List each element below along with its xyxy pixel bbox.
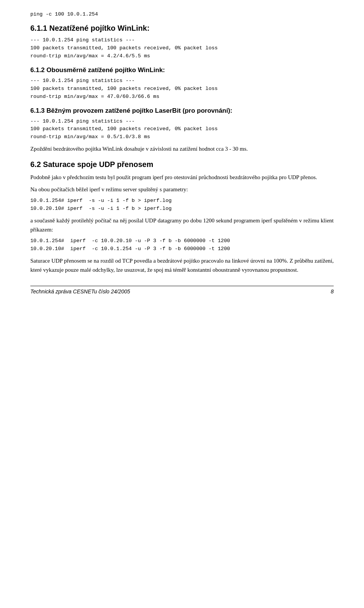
footer-left: Technická zpráva CESNETu číslo 24/2005 (30, 288, 130, 295)
section-6-1-2: 6.1.2 Obousměrně zatížené pojítko WinLin… (30, 66, 334, 101)
section-6-2-para2: Na obou počítačích běžel iperf v režimu … (30, 185, 334, 194)
footer-right: 8 (331, 288, 334, 295)
section-6-2: 6.2 Saturace spoje UDP přenosem Podobně … (30, 160, 334, 274)
section-6-2-client-code: 10.0.1.254# iperf -c 10.0.20.10 -u -P 3 … (30, 237, 334, 253)
section-6-1-1-heading: 6.1.1 Nezatížené pojítko WinLink: (30, 24, 334, 33)
section-6-2-server-code: 10.0.1.254# iperf -s -u -i 1 -f b > iper… (30, 197, 334, 213)
section-6-2-para3: a současně každý protilehlý počítač na n… (30, 216, 334, 234)
section-6-1-1-code: --- 10.0.1.254 ping statistics --- 100 p… (30, 36, 334, 60)
section-6-1-3: 6.1.3 Běžným provozem zatížené pojítko L… (30, 107, 334, 154)
section-6-2-para1: Podobně jako v předchozím testu byl použ… (30, 173, 334, 182)
section-6-2-para4: Saturace UDP přenosem se na rozdíl od TC… (30, 256, 334, 274)
section-6-1-2-heading: 6.1.2 Obousměrně zatížené pojítko WinLin… (30, 66, 334, 74)
section-6-1-3-heading: 6.1.3 Běžným provozem zatížené pojítko L… (30, 107, 334, 115)
section-6-1-1: 6.1.1 Nezatížené pojítko WinLink: --- 10… (30, 24, 334, 60)
section-6-1-2-code: --- 10.0.1.254 ping statistics --- 100 p… (30, 77, 334, 101)
section-6-1-3-note: Zpoždění bezdrátového pojítka WinLink do… (30, 144, 334, 153)
top-code-line: ping -c 100 10.0.1.254 (30, 11, 334, 17)
section-6-1-3-code: --- 10.0.1.254 ping statistics --- 100 p… (30, 118, 334, 142)
section-6-2-heading: 6.2 Saturace spoje UDP přenosem (30, 160, 334, 169)
page-footer: Technická zpráva CESNETu číslo 24/2005 8 (30, 286, 334, 295)
